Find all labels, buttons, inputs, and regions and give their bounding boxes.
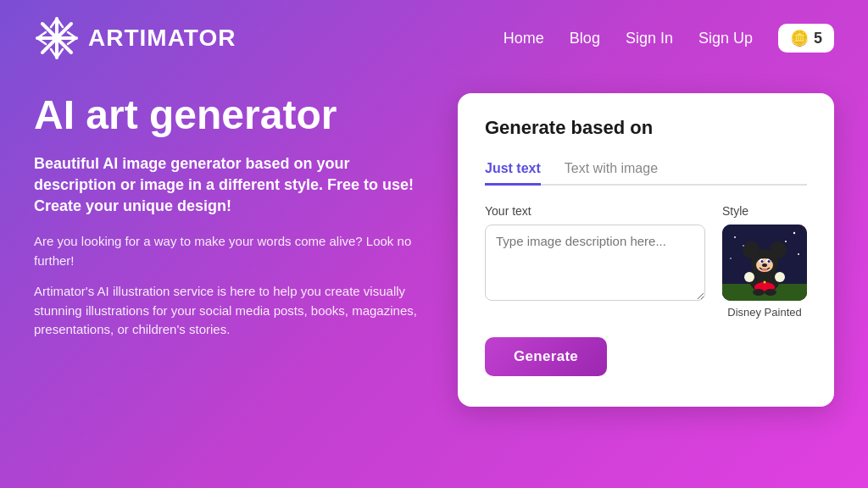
credits-icon: 🪙 — [790, 29, 809, 47]
credits-count: 5 — [814, 30, 822, 47]
nav-blog[interactable]: Blog — [570, 30, 600, 47]
svg-point-27 — [762, 269, 767, 271]
svg-point-24 — [761, 260, 764, 263]
main-nav: Home Blog Sign In Sign Up 🪙 5 — [504, 24, 834, 53]
generate-button[interactable]: Generate — [485, 337, 607, 376]
tab-bar: Just text Text with image — [485, 154, 807, 186]
tab-text-with-image[interactable]: Text with image — [565, 154, 658, 186]
tab-just-text[interactable]: Just text — [485, 154, 541, 186]
nav-sign-up[interactable]: Sign Up — [698, 30, 753, 47]
style-label: Disney Painted — [722, 306, 807, 319]
svg-point-29 — [753, 289, 765, 296]
svg-point-31 — [734, 236, 736, 238]
svg-point-35 — [730, 258, 732, 259]
svg-point-36 — [798, 253, 799, 255]
logo[interactable]: ARTIMATOR — [34, 15, 236, 61]
form-row: Your text Style — [485, 204, 807, 319]
svg-point-16 — [775, 272, 785, 282]
style-field-label: Style — [722, 204, 807, 218]
style-field-group: Style — [722, 204, 807, 319]
svg-point-28 — [764, 281, 766, 284]
generate-panel: Generate based on Just text Text with im… — [458, 93, 834, 407]
svg-point-34 — [785, 241, 787, 242]
svg-point-19 — [743, 241, 760, 258]
svg-point-15 — [744, 272, 754, 282]
hero-desc1: Are you looking for a way to make your w… — [34, 232, 424, 270]
nav-sign-in[interactable]: Sign In — [626, 30, 673, 47]
svg-point-20 — [770, 241, 787, 258]
text-input[interactable] — [485, 225, 705, 301]
logo-icon — [34, 15, 80, 61]
svg-point-30 — [765, 289, 776, 296]
svg-point-33 — [743, 245, 744, 247]
credits-badge[interactable]: 🪙 5 — [778, 24, 834, 53]
text-field-group: Your text — [485, 204, 705, 304]
style-image[interactable] — [722, 225, 807, 301]
svg-point-32 — [793, 232, 795, 234]
hero-desc2: Artimator's AI illustration service is h… — [34, 282, 424, 340]
hero-subtitle: Beautiful AI image generator based on yo… — [34, 153, 424, 218]
text-field-label: Your text — [485, 204, 705, 218]
panel-title: Generate based on — [485, 117, 807, 139]
nav-home[interactable]: Home — [504, 30, 544, 47]
hero-title: AI art generator — [34, 93, 424, 138]
logo-text: ARTIMATOR — [88, 25, 236, 52]
svg-point-25 — [768, 260, 771, 263]
svg-point-26 — [762, 263, 767, 267]
hero-section: AI art generator Beautiful AI image gene… — [34, 93, 424, 340]
